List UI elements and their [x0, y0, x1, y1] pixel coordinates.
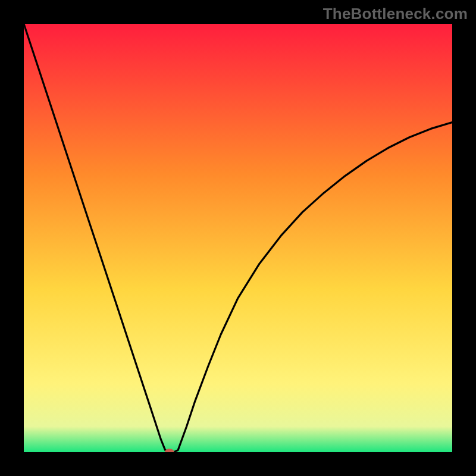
plot-background	[24, 24, 452, 452]
chart-container: TheBottleneck.com	[0, 0, 476, 476]
watermark-text: TheBottleneck.com	[323, 5, 468, 23]
bottleneck-chart	[24, 24, 452, 452]
